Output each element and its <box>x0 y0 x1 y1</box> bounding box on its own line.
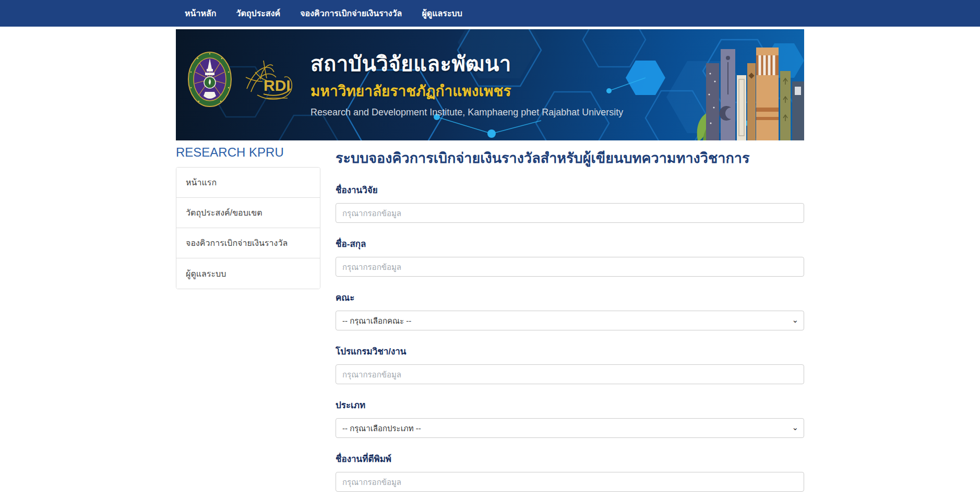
published-title-label: ชื่องานที่ตีพิมพ์ <box>336 452 804 466</box>
form-group-program: โปรแกรมวิชา/งาน <box>336 344 804 384</box>
rdi-logo: RDI <box>240 56 297 109</box>
research-title-label: ชื่องานวิจัย <box>336 183 804 197</box>
sidebar-item-queue-booking[interactable]: จองคิวการเบิกจ่ายเงินรางวัล <box>176 228 320 258</box>
banner-title: สถาบันวิจัยและพัฒนา <box>310 52 623 75</box>
top-navbar: หน้าหลัก วัตถุประสงค์ จองคิวการเบิกจ่ายเ… <box>0 0 980 27</box>
sidebar-item-objectives[interactable]: วัตถุประสงค์/ขอบเขต <box>176 198 320 228</box>
nav-item-admin[interactable]: ผู้ดูแลระบบ <box>422 7 462 20</box>
form-group-published-title: ชื่องานที่ตีพิมพ์ <box>336 452 804 492</box>
nav-item-objectives[interactable]: วัตถุประสงค์ <box>236 7 281 20</box>
sidebar-item-home[interactable]: หน้าแรก <box>176 168 320 198</box>
nav-item-home[interactable]: หน้าหลัก <box>185 7 217 20</box>
page-title: ระบบจองคิวการเบิกจ่ายเงินรางวัลสำหรับผู้… <box>336 147 804 169</box>
site-banner: RDI สถาบันวิจัยและพัฒนา มหาวิทยาลัยราชภั… <box>176 29 804 140</box>
form-group-type: ประเภท -- กรุณาเลือกประเภท -- ⌄ <box>336 398 804 438</box>
fullname-label: ชื่อ-สกุล <box>336 236 804 251</box>
banner-subtitle-english: Research and Development Institute, Kamp… <box>310 107 623 118</box>
faculty-label: คณะ <box>336 290 804 304</box>
research-title-input[interactable] <box>336 203 804 223</box>
banner-subtitle-thai: มหาวิทยาลัยราชภัฏกำแพงเพชร <box>310 79 623 102</box>
type-label: ประเภท <box>336 398 804 412</box>
form-group-research-title: ชื่องานวิจัย <box>336 183 804 223</box>
fullname-input[interactable] <box>336 257 804 277</box>
form-group-fullname: ชื่อ-สกุล <box>336 236 804 277</box>
main-content: ระบบจองคิวการเบิกจ่ายเงินรางวัลสำหรับผู้… <box>336 142 804 498</box>
program-label: โปรแกรมวิชา/งาน <box>336 344 804 358</box>
published-title-input[interactable] <box>336 472 804 492</box>
sidebar: RESEARCH KPRU หน้าแรก วัตถุประสงค์/ขอบเข… <box>176 142 320 289</box>
sidebar-item-admin[interactable]: ผู้ดูแลระบบ <box>176 258 320 289</box>
banner-text-block: สถาบันวิจัยและพัฒนา มหาวิทยาลัยราชภัฏกำแ… <box>310 52 623 118</box>
university-seal-logo <box>187 51 232 108</box>
type-select[interactable]: -- กรุณาเลือกประเภท -- <box>336 418 804 438</box>
svg-text:RDI: RDI <box>264 77 291 94</box>
nav-item-queue-booking[interactable]: จองคิวการเบิกจ่ายเงินรางวัล <box>300 7 402 20</box>
navbar-inner: หน้าหลัก วัตถุประสงค์ จองคิวการเบิกจ่ายเ… <box>176 7 804 20</box>
program-input[interactable] <box>336 364 804 384</box>
faculty-select[interactable]: -- กรุณาเลือกคณะ -- <box>336 311 804 330</box>
sidebar-brand-title: RESEARCH KPRU <box>176 142 320 167</box>
sidebar-menu: หน้าแรก วัตถุประสงค์/ขอบเขต จองคิวการเบิ… <box>176 167 320 289</box>
form-group-faculty: คณะ -- กรุณาเลือกคณะ -- ⌄ <box>336 290 804 330</box>
